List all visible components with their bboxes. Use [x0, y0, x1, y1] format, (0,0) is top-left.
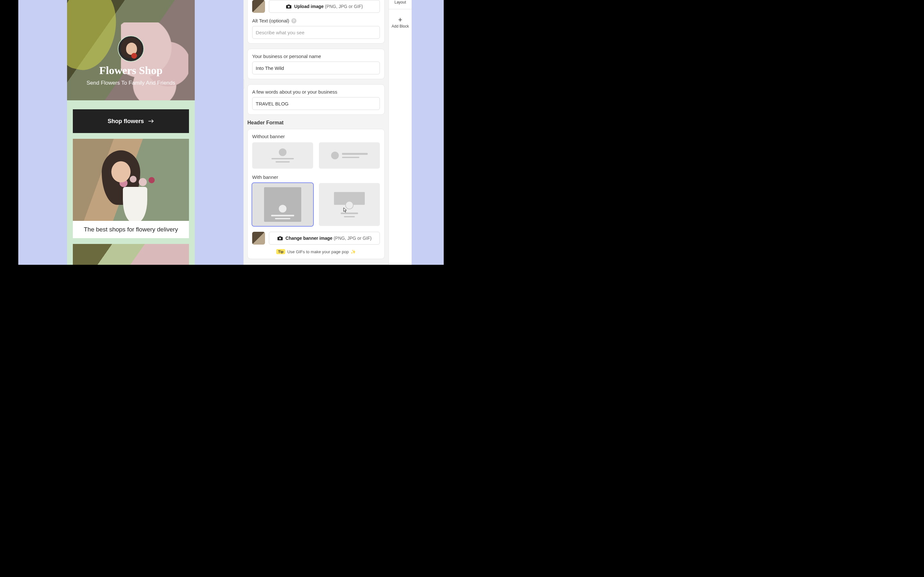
card-caption: The best shops for flowery delivery	[73, 221, 189, 238]
alt-text-input[interactable]	[252, 26, 380, 39]
tip-row: Tip Use GIFs to make your page pop ✨	[252, 249, 380, 254]
tip-text: Use GIFs to make your page pop	[287, 250, 349, 254]
header-layout-small-banner[interactable]	[319, 183, 380, 226]
header-format-panel: Without banner With banner	[247, 129, 384, 259]
sparkle-icon: ✨	[351, 250, 356, 254]
alt-text-label: Alt Text (optional) ?	[252, 18, 380, 23]
svg-point-1	[288, 6, 290, 8]
shop-flowers-button[interactable]: Shop flowers	[73, 109, 189, 133]
business-name-label: Your business or personal name	[252, 53, 380, 59]
without-banner-label: Without banner	[252, 134, 380, 139]
rail-add-block-button[interactable]: + Add Block	[389, 9, 412, 33]
shop-button-label: Shop flowers	[107, 118, 144, 125]
right-rail: Layout + Add Block	[389, 0, 412, 265]
preview-device: Flowers Shop Send Flowers To Family And …	[67, 0, 195, 265]
image-thumbnail[interactable]	[252, 0, 265, 13]
image-panel: Upload image (PNG, JPG or GIF) Alt Text …	[247, 0, 384, 44]
settings-panel: ▸ Upload image (PNG, JPG or GIF) Alt Tex…	[244, 0, 389, 265]
about-panel: A few words about you or your business	[247, 84, 384, 115]
card-image	[73, 139, 189, 221]
upload-image-button[interactable]: Upload image (PNG, JPG or GIF)	[269, 0, 380, 13]
rail-layout-label: Layout	[389, 0, 411, 5]
upload-image-label-bold: Upload image	[294, 4, 324, 9]
change-banner-label-hint: (PNG, JPG or GIF)	[333, 235, 372, 241]
preview-hero: Flowers Shop Send Flowers To Family And …	[67, 0, 195, 100]
camera-icon	[277, 235, 283, 241]
rail-layout-button[interactable]: Layout	[389, 0, 412, 9]
help-icon[interactable]: ?	[291, 18, 296, 23]
collapse-panel-toggle[interactable]: ▸	[244, 79, 244, 89]
avatar	[118, 35, 144, 62]
banner-thumbnail[interactable]	[252, 232, 265, 245]
header-format-title: Header Format	[247, 120, 384, 126]
preview-card[interactable]: The best shops for flowery delivery	[73, 139, 189, 238]
change-banner-image-button[interactable]: Change banner image (PNG, JPG or GIF)	[269, 232, 380, 245]
camera-icon	[286, 4, 292, 9]
hero-subtitle: Send Flowers To Family And Friends	[87, 80, 176, 86]
business-name-panel: Your business or personal name	[247, 49, 384, 79]
header-layout-centered-no-banner[interactable]	[252, 142, 313, 169]
about-input[interactable]	[252, 97, 380, 110]
rail-add-block-label: Add Block	[389, 24, 411, 29]
hero-title: Flowers Shop	[99, 64, 162, 77]
with-banner-label: With banner	[252, 174, 380, 180]
preview-card-2[interactable]	[73, 244, 189, 265]
header-layout-left-no-banner[interactable]	[319, 142, 380, 169]
svg-point-2	[279, 237, 281, 239]
plus-icon: +	[389, 16, 411, 23]
preview-canvas: Flowers Shop Send Flowers To Family And …	[18, 0, 244, 265]
business-name-input[interactable]	[252, 61, 380, 74]
tip-badge: Tip	[276, 249, 285, 254]
about-label: A few words about you or your business	[252, 89, 380, 95]
upload-image-label-hint: (PNG, JPG or GIF)	[324, 4, 363, 9]
card-2-image	[73, 244, 189, 265]
change-banner-label-bold: Change banner image	[286, 235, 333, 241]
header-layout-full-banner[interactable]	[252, 183, 313, 226]
arrow-right-icon	[148, 119, 154, 124]
